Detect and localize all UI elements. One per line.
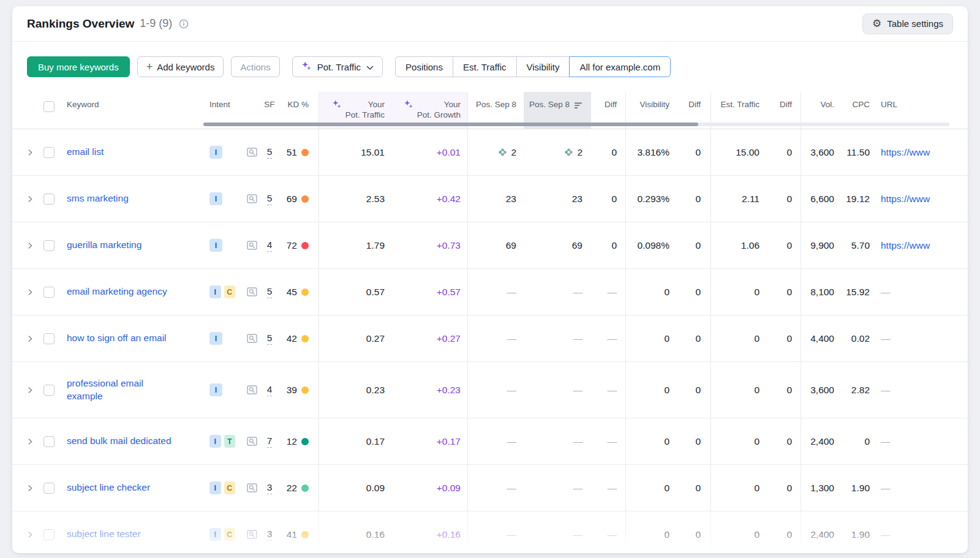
serp-preview-cell: [235, 315, 260, 361]
add-keywords-button[interactable]: + Add keywords: [137, 56, 224, 77]
keyword-link[interactable]: how to sign off an email: [67, 332, 167, 344]
cpc-cell: 19.12: [839, 176, 875, 222]
buy-more-keywords-button[interactable]: Buy more keywords: [27, 56, 130, 77]
pot-traffic-cell: 0.09: [319, 465, 392, 511]
keyword-link[interactable]: subject line tester: [67, 528, 141, 540]
keyword-cell: subject line tester: [59, 511, 197, 553]
serp-preview-icon[interactable]: [247, 148, 257, 157]
expand-row-chevron-icon[interactable]: [26, 195, 34, 203]
url-cell: —: [875, 465, 959, 511]
url-link[interactable]: https://www: [881, 240, 930, 251]
expand-row-chevron-icon[interactable]: [26, 484, 34, 492]
expand-row-chevron-icon[interactable]: [26, 288, 34, 296]
row-checkbox[interactable]: [43, 194, 55, 205]
empty-value: —: [573, 529, 583, 540]
row-checkbox[interactable]: [43, 147, 55, 158]
intent-cell: I: [197, 362, 235, 418]
select-all-checkbox[interactable]: [43, 101, 55, 112]
tab-all-for-example-com[interactable]: All for example.com: [569, 56, 671, 77]
empty-value: —: [608, 529, 617, 540]
serp-preview-icon[interactable]: [247, 334, 257, 343]
actions-button[interactable]: Actions: [231, 56, 279, 77]
result-range: 1-9 (9): [140, 17, 172, 30]
serp-preview-icon[interactable]: [247, 385, 257, 394]
volume-cell: 3,600: [801, 362, 839, 418]
est-traffic-diff-cell: 0: [764, 465, 801, 511]
url-cell: —: [875, 315, 959, 361]
serp-features-count[interactable]: 7: [267, 435, 273, 448]
horizontal-scrollbar-thumb[interactable]: [203, 123, 698, 126]
expander-cell: [21, 418, 39, 464]
table-settings-button[interactable]: ⚙ Table settings: [862, 13, 953, 34]
est-traffic-diff-cell: 0: [764, 315, 801, 361]
expand-row-chevron-icon[interactable]: [26, 386, 34, 394]
pos-sep8-a-cell: —: [468, 315, 524, 361]
pot-traffic-cell: 1.79: [319, 222, 392, 268]
tab-est-traffic[interactable]: Est. Traffic: [453, 56, 517, 77]
serp-preview-icon[interactable]: [247, 437, 257, 446]
serp-features-count[interactable]: 5: [267, 333, 273, 345]
info-icon[interactable]: [179, 19, 189, 29]
sparkles-icon: [404, 99, 413, 112]
url-link[interactable]: https://www: [881, 194, 930, 205]
keyword-cell: professional email example: [59, 362, 197, 418]
volume-cell: 2,400: [801, 511, 839, 553]
keyword-link[interactable]: email list: [67, 146, 104, 158]
tab-visibility[interactable]: Visibility: [516, 56, 570, 77]
expander-cell: [21, 269, 39, 315]
pos-sep8-a-cell: 2: [468, 129, 524, 175]
row-checkbox[interactable]: [43, 436, 55, 447]
card-header: Rankings Overview 1-9 (9) ⚙ Table settin…: [12, 6, 968, 42]
empty-value: —: [881, 483, 891, 494]
serp-feature-position-icon: [564, 148, 573, 157]
empty-value: —: [608, 333, 617, 344]
expand-row-chevron-icon[interactable]: [26, 437, 34, 446]
serp-features-count[interactable]: 4: [267, 384, 273, 396]
expand-row-chevron-icon[interactable]: [26, 241, 34, 250]
pos-diff-cell: 0: [591, 222, 626, 268]
keyword-link[interactable]: guerilla marketing: [67, 239, 141, 251]
row-checkbox[interactable]: [43, 483, 55, 494]
serp-features-count[interactable]: 5: [267, 286, 273, 298]
serp-preview-icon[interactable]: [247, 483, 257, 492]
kd-difficulty-dot: [301, 531, 309, 538]
row-checkbox[interactable]: [43, 333, 55, 344]
pos-sep8-b-cell: —: [524, 511, 591, 553]
keyword-link[interactable]: sms marketing: [67, 192, 129, 205]
serp-features-count[interactable]: 3: [267, 529, 273, 541]
tab-positions[interactable]: Positions: [395, 56, 453, 77]
serp-preview-icon[interactable]: [247, 287, 257, 296]
metric-dropdown[interactable]: Pot. Traffic: [292, 56, 383, 77]
pos-diff-cell: —: [591, 315, 626, 361]
serp-preview-icon[interactable]: [247, 194, 257, 203]
keyword-link[interactable]: subject line checker: [67, 481, 150, 494]
checkbox-cell: [39, 511, 59, 553]
keyword-link[interactable]: professional email example: [67, 377, 143, 402]
expander-cell: [21, 511, 39, 553]
url-link[interactable]: https://www: [881, 147, 930, 158]
table-row: subject line testerIC3410.16+0.16———0000…: [12, 511, 968, 553]
horizontal-scrollbar-track[interactable]: [203, 123, 949, 126]
sf-cell: 4: [260, 362, 279, 418]
row-checkbox[interactable]: [43, 287, 55, 298]
serp-features-count[interactable]: 3: [267, 482, 273, 494]
visibility-diff-cell: 0: [674, 418, 711, 464]
keyword-link[interactable]: email marketing agency: [67, 285, 167, 298]
empty-value: —: [507, 436, 517, 447]
serp-features-count[interactable]: 4: [267, 239, 273, 252]
keyword-link[interactable]: send bulk mail dedicated: [67, 435, 172, 447]
select-all-cell: [39, 92, 59, 129]
pot-traffic-cell: 0.27: [319, 315, 392, 361]
serp-preview-icon[interactable]: [247, 241, 257, 250]
serp-preview-icon[interactable]: [247, 530, 257, 539]
expand-row-chevron-icon[interactable]: [26, 334, 34, 343]
sparkles-icon: [332, 99, 342, 112]
serp-features-count[interactable]: 5: [267, 146, 273, 159]
expand-row-chevron-icon[interactable]: [26, 530, 34, 539]
serp-features-count[interactable]: 5: [267, 193, 273, 205]
row-checkbox[interactable]: [43, 385, 55, 396]
volume-cell: 4,400: [801, 315, 839, 361]
row-checkbox[interactable]: [43, 529, 55, 540]
expand-row-chevron-icon[interactable]: [26, 148, 34, 157]
row-checkbox[interactable]: [43, 240, 55, 251]
